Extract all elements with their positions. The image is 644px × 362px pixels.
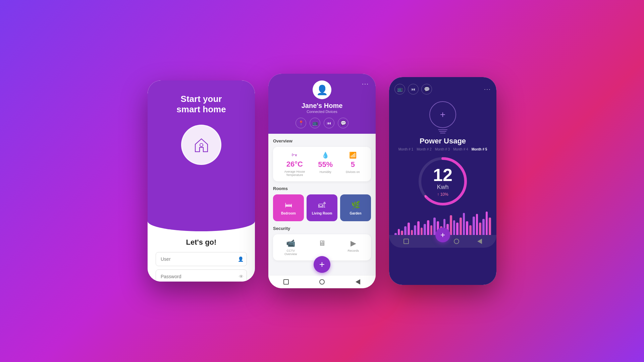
home-fab-button[interactable]: + xyxy=(314,256,330,273)
temperature-label: Average HouseTemperature xyxy=(284,170,305,177)
title-line2: smart home xyxy=(176,104,226,114)
eye-icon: 👁 xyxy=(239,274,244,279)
lets-go-text: Let's go! xyxy=(186,238,217,247)
power-nav-square[interactable] xyxy=(403,238,409,244)
garden-card[interactable]: 🌿 Garden xyxy=(340,194,371,221)
humidity-value: 55% xyxy=(318,160,333,169)
month3-label[interactable]: Month # 3 xyxy=(435,147,450,151)
rooms-title: Rooms xyxy=(273,186,371,191)
bulb-lines xyxy=(438,129,447,133)
power-more-dots[interactable]: ··· xyxy=(484,86,491,93)
temperature-item: 🗝 26°C Average HouseTemperature xyxy=(284,152,305,177)
gauge-change: ↑ 10% xyxy=(437,192,448,197)
power-nav-circle[interactable] xyxy=(453,238,460,244)
bar-item xyxy=(463,213,465,235)
location-device-btn[interactable]: 📍 xyxy=(296,118,306,128)
gauge-container: 12 Kwh ↑ 10% xyxy=(416,155,470,208)
devices-item: 📶 5 Divices on xyxy=(346,152,360,177)
home-nav-back[interactable] xyxy=(355,279,361,285)
humidity-label: Humidity xyxy=(320,170,331,174)
avatar-circle: 👤 xyxy=(313,80,331,99)
light-bulb-icon: + xyxy=(429,101,456,133)
bar-item xyxy=(424,224,426,235)
bar-item xyxy=(427,220,429,235)
bulb-line-1 xyxy=(438,129,447,130)
month1-label[interactable]: Month # 1 xyxy=(398,147,413,151)
bar-item xyxy=(417,221,420,235)
home-nav-square[interactable] xyxy=(283,279,289,285)
connected-devices-label: Connected Divices xyxy=(307,110,337,114)
password-input-wrapper: 👁 xyxy=(156,269,247,282)
home-icon-circle xyxy=(181,125,221,165)
screens-container: Start your smart home Let's go! 👤 👁 LOG … xyxy=(134,60,510,302)
bedroom-card[interactable]: 🛏 Bedroom xyxy=(273,194,304,221)
bar-item xyxy=(404,226,407,235)
garden-label: Garden xyxy=(350,212,361,215)
bar-item xyxy=(460,218,462,235)
humidity-icon: 💧 xyxy=(322,152,329,159)
humidity-item: 💧 55% Humidity xyxy=(318,152,333,177)
user-input[interactable] xyxy=(156,252,247,266)
bulb-line-2 xyxy=(439,131,446,132)
months-row: Month # 1 Month # 2 Month # 3 Month # 4 … xyxy=(389,147,496,151)
power-screen: 📺 ⏮ 💬 ··· + Power Usage Month xyxy=(389,77,496,285)
bar-item xyxy=(479,223,481,235)
power-nav-back[interactable] xyxy=(477,238,483,244)
more-dots[interactable]: ··· xyxy=(362,80,369,87)
living-icon: 🛋 xyxy=(318,201,326,209)
chat-device-btn[interactable]: 💬 xyxy=(338,118,348,128)
bulb-plus: + xyxy=(440,110,445,119)
overview-title: Overview xyxy=(273,138,371,143)
home-icon xyxy=(192,136,211,154)
wifi-icon: 📶 xyxy=(349,152,357,159)
monitor-item[interactable]: 🖥 xyxy=(309,239,335,256)
living-room-card[interactable]: 🛋 Living Room xyxy=(307,194,337,221)
home-nav-circle[interactable] xyxy=(319,279,325,285)
devices-label: Divices on xyxy=(346,170,360,174)
home-header: ··· 👤 Jane's Home Connected Divices 📍 📺 … xyxy=(268,74,376,134)
security-title: Security xyxy=(273,226,371,231)
bulb-line-3 xyxy=(440,133,445,133)
music-device-btn[interactable]: ⏮ xyxy=(324,118,334,128)
bar-item xyxy=(450,215,452,235)
bar-item xyxy=(466,221,468,235)
home-inner: ··· 👤 Jane's Home Connected Divices 📍 📺 … xyxy=(268,74,376,288)
phone-power: 📺 ⏮ 💬 ··· + Power Usage Month xyxy=(389,77,496,285)
bar-item xyxy=(398,229,400,235)
power-tv-btn[interactable]: 📺 xyxy=(394,84,405,95)
bar-item xyxy=(486,212,488,235)
power-device-icons: 📺 ⏮ 💬 xyxy=(394,84,432,95)
month2-label[interactable]: Month # 2 xyxy=(417,147,431,151)
cctv-item[interactable]: 📹 CCTVOverview xyxy=(278,239,304,256)
living-label: Living Room xyxy=(312,212,332,215)
home-navbar xyxy=(268,275,376,288)
power-chat-btn[interactable]: 💬 xyxy=(421,84,432,95)
month4-label[interactable]: Month # 4 xyxy=(453,147,468,151)
bar-item xyxy=(489,218,491,235)
bar-item xyxy=(411,230,413,235)
bar-item xyxy=(421,228,423,235)
tv-device-btn[interactable]: 📺 xyxy=(310,118,320,128)
power-fab-button[interactable]: + xyxy=(435,228,450,242)
password-input[interactable] xyxy=(156,269,247,282)
overview-card: 🗝 26°C Average HouseTemperature 💧 55% Hu… xyxy=(273,147,371,181)
phone-home: ··· 👤 Jane's Home Connected Divices 📍 📺 … xyxy=(268,74,376,288)
phone-login: Start your smart home Let's go! 👤 👁 LOG … xyxy=(148,80,255,282)
garden-icon: 🌿 xyxy=(351,201,360,209)
bar-item xyxy=(456,223,459,235)
gauge-unit: Kwh xyxy=(437,184,448,191)
bar-item xyxy=(476,214,478,235)
monitor-icon: 🖥 xyxy=(318,239,326,248)
bar-item xyxy=(408,223,410,235)
bar-item xyxy=(473,217,475,235)
records-icon: ▶ xyxy=(351,239,356,248)
month5-label[interactable]: Month # 5 xyxy=(472,147,487,151)
bedroom-label: Bedroom xyxy=(281,212,296,215)
records-item[interactable]: ▶ Records xyxy=(340,239,366,256)
devices-value: 5 xyxy=(351,160,355,169)
power-music-btn[interactable]: ⏮ xyxy=(408,84,419,95)
gauge-value: 12 xyxy=(433,166,452,184)
home-content: Overview 🗝 26°C Average HouseTemperature… xyxy=(268,134,376,275)
rooms-row: 🛏 Bedroom 🛋 Living Room 🌿 Garden xyxy=(273,194,371,221)
cctv-label: CCTVOverview xyxy=(284,249,297,256)
